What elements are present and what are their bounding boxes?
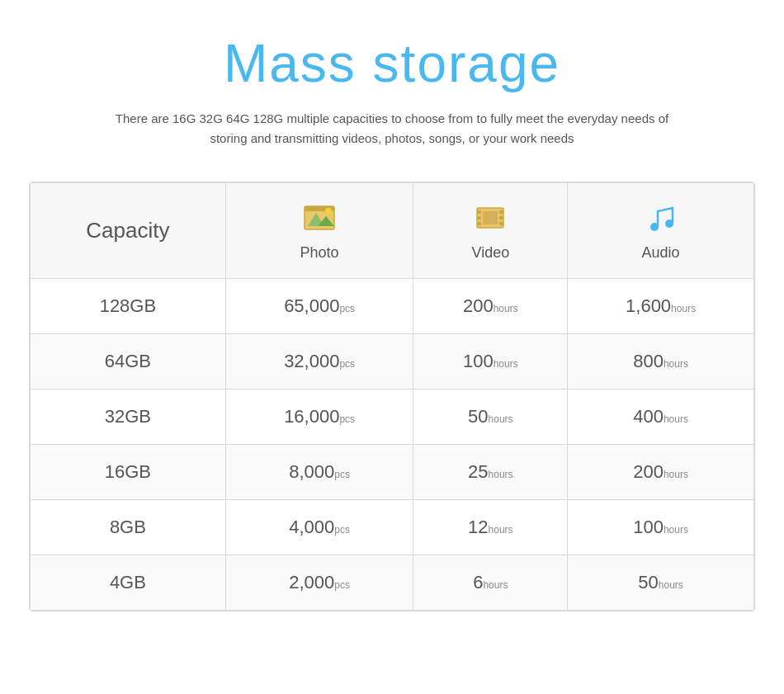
table-row: 32GB 16,000pcs 50hours 400hours xyxy=(31,389,754,445)
storage-table: Capacity xyxy=(30,182,754,611)
capacity-cell: 4GB xyxy=(31,555,226,611)
svg-rect-8 xyxy=(477,222,481,225)
photo-cell: 4,000pcs xyxy=(225,500,413,555)
audio-icon xyxy=(643,200,679,239)
video-icon xyxy=(472,200,508,239)
header-capacity: Capacity xyxy=(31,183,226,279)
photo-value: 8,000pcs xyxy=(289,461,350,482)
video-cell: 12hours xyxy=(413,500,568,555)
video-label: Video xyxy=(471,244,509,262)
audio-cell: 400hours xyxy=(568,389,754,445)
audio-cell: 800hours xyxy=(568,334,754,389)
svg-rect-6 xyxy=(477,210,481,214)
header-video: Video xyxy=(413,183,568,279)
capacity-value: 8GB xyxy=(110,517,146,537)
video-value: 100hours xyxy=(463,351,518,371)
capacity-cell: 64GB xyxy=(31,334,226,389)
subtitle-text: There are 16G 32G 64G 128G multiple capa… xyxy=(103,109,681,149)
photo-icon xyxy=(301,200,338,239)
photo-cell: 8,000pcs xyxy=(225,445,413,500)
video-cell: 100hours xyxy=(413,334,568,389)
table-row: 8GB 4,000pcs 12hours 100hours xyxy=(31,500,754,555)
capacity-value: 4GB xyxy=(110,572,146,592)
audio-value: 200hours xyxy=(633,461,688,482)
table-row: 64GB 32,000pcs 100hours 800hours xyxy=(31,334,754,389)
table-row: 4GB 2,000pcs 6hours 50hours xyxy=(31,555,754,611)
storage-table-wrapper: Capacity xyxy=(29,182,755,611)
table-row: 16GB 8,000pcs 25hours 200hours xyxy=(31,445,754,500)
capacity-cell: 32GB xyxy=(31,389,226,445)
photo-cell: 16,000pcs xyxy=(225,389,413,445)
photo-cell: 65,000pcs xyxy=(225,279,413,334)
audio-value: 400hours xyxy=(633,406,688,427)
photo-value: 2,000pcs xyxy=(289,572,350,592)
svg-rect-9 xyxy=(499,210,503,214)
audio-cell: 100hours xyxy=(568,500,754,555)
video-value: 200hours xyxy=(463,295,518,316)
photo-value: 16,000pcs xyxy=(284,406,355,427)
capacity-cell: 16GB xyxy=(31,445,226,500)
video-cell: 6hours xyxy=(413,555,568,611)
audio-label: Audio xyxy=(642,244,680,262)
video-value: 25hours xyxy=(468,461,513,482)
capacity-value: 64GB xyxy=(105,351,151,371)
photo-value: 4,000pcs xyxy=(289,517,350,537)
photo-label: Photo xyxy=(300,244,339,262)
capacity-value: 16GB xyxy=(105,461,151,482)
photo-cell: 2,000pcs xyxy=(225,555,413,611)
video-cell: 25hours xyxy=(413,445,568,500)
capacity-value: 128GB xyxy=(100,295,157,316)
audio-value: 100hours xyxy=(633,517,688,537)
video-cell: 50hours xyxy=(413,389,568,445)
photo-cell: 32,000pcs xyxy=(225,334,413,389)
audio-value: 1,600hours xyxy=(626,295,696,316)
capacity-value: 32GB xyxy=(105,406,151,427)
audio-cell: 200hours xyxy=(568,445,754,500)
table-row: 128GB 65,000pcs 200hours 1,600hours xyxy=(31,279,754,334)
audio-cell: 50hours xyxy=(568,555,754,611)
header-photo: Photo xyxy=(225,183,413,279)
video-value: 6hours xyxy=(473,572,508,592)
photo-value: 65,000pcs xyxy=(284,295,355,316)
page-title: Mass storage xyxy=(224,33,560,94)
capacity-cell: 8GB xyxy=(31,500,226,555)
video-value: 50hours xyxy=(468,406,513,427)
photo-value: 32,000pcs xyxy=(284,351,355,371)
capacity-cell: 128GB xyxy=(31,279,226,334)
header-audio: Audio xyxy=(568,183,754,279)
svg-rect-12 xyxy=(483,211,498,224)
video-cell: 200hours xyxy=(413,279,568,334)
audio-value: 50hours xyxy=(638,572,683,592)
audio-value: 800hours xyxy=(633,351,688,371)
svg-point-14 xyxy=(665,220,673,228)
svg-rect-11 xyxy=(499,222,503,225)
svg-point-13 xyxy=(650,223,659,231)
audio-cell: 1,600hours xyxy=(568,279,754,334)
svg-point-4 xyxy=(325,208,332,215)
svg-rect-7 xyxy=(477,216,481,220)
video-value: 12hours xyxy=(468,517,513,537)
svg-rect-10 xyxy=(499,216,503,220)
